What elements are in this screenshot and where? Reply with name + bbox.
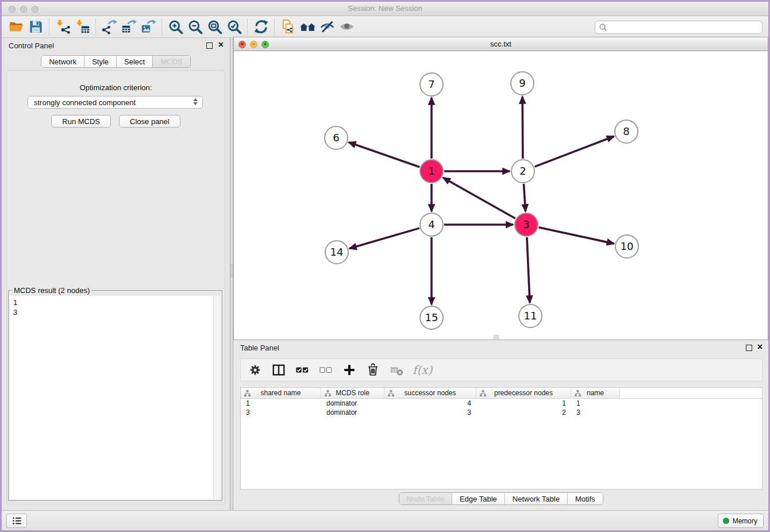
edge-2-8[interactable] bbox=[535, 136, 614, 167]
hide-selected-icon[interactable] bbox=[317, 18, 337, 36]
table-cell[interactable]: 1 bbox=[571, 399, 620, 407]
close-panel-icon[interactable]: × bbox=[218, 40, 224, 50]
svg-text:6: 6 bbox=[333, 132, 339, 144]
search-input[interactable] bbox=[607, 22, 762, 33]
close-panel-icon[interactable]: × bbox=[757, 342, 763, 352]
network-window-titlebar: × − + scc.txt bbox=[234, 37, 768, 51]
delete-column-icon[interactable] bbox=[389, 363, 404, 377]
table-cell[interactable]: dominator bbox=[321, 408, 384, 417]
delete-entry-icon[interactable] bbox=[365, 363, 380, 377]
criterion-dropdown[interactable]: strongly connected component bbox=[28, 96, 203, 109]
zoom-fit-icon[interactable] bbox=[205, 18, 224, 36]
table-cell[interactable]: 3 bbox=[571, 408, 620, 417]
tab-mcds[interactable]: MCDS bbox=[153, 56, 190, 67]
column-header-successor-nodes[interactable]: successor nodes bbox=[384, 388, 476, 399]
node-7[interactable]: 7 bbox=[420, 73, 443, 96]
table-tab-node-table[interactable]: Node Table bbox=[399, 493, 452, 504]
network-canvas[interactable]: 7968124314101511 bbox=[234, 51, 768, 340]
table-tab-motifs[interactable]: Motifs bbox=[568, 493, 603, 504]
refresh-layout-icon[interactable] bbox=[251, 18, 271, 36]
select-all-icon[interactable] bbox=[295, 363, 310, 377]
zoom-selected-icon[interactable] bbox=[224, 18, 244, 36]
node-1[interactable]: 1 bbox=[420, 160, 443, 183]
zoom-out-icon[interactable] bbox=[185, 18, 205, 36]
table-row[interactable]: 1dominator411 bbox=[241, 399, 762, 408]
column-settings-icon[interactable] bbox=[248, 363, 263, 377]
edge-3-1[interactable] bbox=[443, 178, 515, 218]
show-all-networks-icon[interactable] bbox=[298, 18, 317, 36]
toolbar-separator bbox=[95, 18, 96, 36]
node-10[interactable]: 10 bbox=[615, 235, 638, 258]
table-cell[interactable]: 1 bbox=[476, 399, 571, 407]
import-network-icon[interactable] bbox=[53, 18, 72, 36]
show-selected-icon[interactable] bbox=[337, 18, 356, 36]
table-tab-edge-table[interactable]: Edge Table bbox=[452, 493, 505, 504]
column-header-label: MCDS role bbox=[336, 389, 369, 397]
table-row[interactable]: 3dominator323 bbox=[241, 408, 762, 417]
splitter-grip[interactable] bbox=[230, 264, 233, 277]
run-mcds-button[interactable]: Run MCDS bbox=[51, 115, 111, 128]
table-body: 1dominator4113dominator323 bbox=[241, 399, 762, 417]
toolbar-separator bbox=[161, 18, 162, 36]
float-panel-icon[interactable] bbox=[746, 345, 752, 351]
add-entry-icon[interactable] bbox=[342, 363, 357, 377]
table-tab-network-table[interactable]: Network Table bbox=[505, 493, 568, 504]
column-header-MCDS-role[interactable]: MCDS role bbox=[321, 388, 384, 399]
column-header-shared-name[interactable]: shared name bbox=[241, 388, 321, 399]
table-toolbar: f(x) bbox=[240, 358, 763, 381]
column-header-predecessor-nodes[interactable]: predecessor nodes bbox=[476, 388, 571, 399]
memory-button[interactable]: Memory bbox=[718, 514, 764, 528]
clone-network-icon[interactable] bbox=[278, 18, 298, 36]
canvas-resize-grip[interactable] bbox=[494, 335, 499, 339]
edge-3-11[interactable] bbox=[527, 237, 530, 303]
task-history-button[interactable] bbox=[6, 514, 27, 528]
network-window-title: scc.txt bbox=[234, 40, 768, 48]
result-scrollbar[interactable] bbox=[213, 296, 221, 499]
edge-3-10[interactable] bbox=[538, 228, 614, 244]
node-2[interactable]: 2 bbox=[511, 160, 534, 183]
node-3[interactable]: 3 bbox=[515, 213, 538, 236]
toolbar-separator bbox=[247, 18, 248, 36]
export-image-icon[interactable] bbox=[138, 18, 158, 36]
mcds-result-box: MCDS result (2 nodes) 13 bbox=[8, 290, 222, 501]
column-header-label: predecessor nodes bbox=[494, 389, 553, 397]
deselect-all-icon[interactable] bbox=[318, 363, 333, 377]
edge-1-6[interactable] bbox=[349, 142, 420, 167]
float-panel-icon[interactable] bbox=[206, 43, 213, 49]
table-cell[interactable]: 1 bbox=[241, 399, 321, 407]
split-view-icon[interactable] bbox=[271, 363, 286, 377]
save-session-icon[interactable] bbox=[26, 18, 45, 36]
table-cell[interactable]: 3 bbox=[241, 408, 321, 417]
import-table-icon[interactable] bbox=[72, 18, 92, 36]
node-15[interactable]: 15 bbox=[420, 306, 443, 329]
node-4[interactable]: 4 bbox=[420, 213, 443, 236]
export-table-icon[interactable] bbox=[119, 18, 138, 36]
edge-4-14[interactable] bbox=[349, 228, 419, 248]
optimization-criterion-label: Optimization criterion: bbox=[7, 83, 225, 92]
tab-select[interactable]: Select bbox=[117, 56, 153, 67]
close-panel-button[interactable]: Close panel bbox=[119, 115, 180, 128]
network-graph: 7968124314101511 bbox=[234, 51, 768, 340]
table-cell[interactable]: 3 bbox=[384, 408, 476, 417]
node-14[interactable]: 14 bbox=[325, 241, 348, 264]
node-9[interactable]: 9 bbox=[511, 72, 534, 95]
column-header-name[interactable]: name bbox=[571, 388, 620, 399]
svg-text:11: 11 bbox=[524, 310, 537, 322]
node-11[interactable]: 11 bbox=[519, 304, 542, 327]
search-box[interactable] bbox=[595, 21, 763, 34]
table-cell[interactable]: dominator bbox=[321, 399, 384, 407]
export-network-icon[interactable] bbox=[99, 18, 119, 36]
zoom-in-icon[interactable] bbox=[165, 18, 185, 36]
function-builder-icon[interactable]: f(x) bbox=[413, 363, 432, 377]
edge-2-3[interactable] bbox=[523, 184, 525, 211]
open-session-icon[interactable] bbox=[6, 18, 26, 36]
table-panel-header: Table Panel × bbox=[233, 340, 768, 356]
node-6[interactable]: 6 bbox=[325, 126, 348, 149]
tab-style[interactable]: Style bbox=[84, 56, 117, 67]
svg-text:7: 7 bbox=[428, 78, 434, 90]
edge-2-9[interactable] bbox=[522, 97, 523, 159]
table-cell[interactable]: 4 bbox=[384, 399, 476, 407]
table-cell[interactable]: 2 bbox=[476, 408, 571, 417]
node-8[interactable]: 8 bbox=[615, 120, 638, 143]
tab-network[interactable]: Network bbox=[41, 56, 84, 67]
